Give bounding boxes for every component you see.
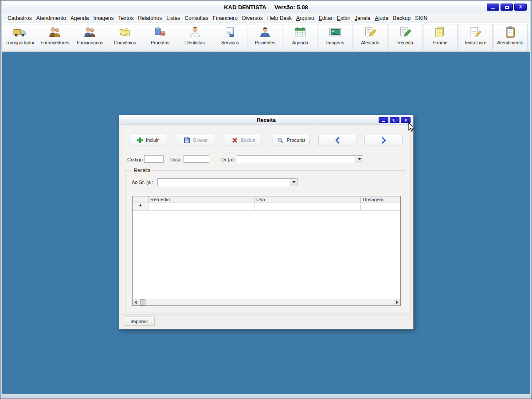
- codigo-label: Codigo: [127, 157, 143, 162]
- paper-pencil-yellow-icon: [363, 26, 377, 39]
- toolbar-button-atestado[interactable]: Atestado: [353, 24, 387, 50]
- grid-header-row: Remédio Uso Dosagem: [133, 196, 400, 203]
- minimize-icon: [491, 8, 495, 9]
- remedio-cell[interactable]: [149, 203, 254, 211]
- picture-icon: [328, 26, 342, 39]
- codigo-input[interactable]: [144, 155, 164, 163]
- data-input[interactable]: [184, 155, 209, 163]
- maximize-icon: [393, 119, 396, 121]
- app-titlebar: KAD DENTISTA Versão: 5.08 X: [2, 1, 530, 13]
- menu-item-listas[interactable]: Listas: [164, 14, 182, 23]
- menu-item-skin[interactable]: SKIN: [413, 14, 430, 23]
- toolbar-button-fornecedores[interactable]: Fornecedores: [38, 24, 72, 50]
- menu-item-imagens[interactable]: Imagens: [91, 14, 116, 23]
- scrollbar-thumb[interactable]: [140, 299, 145, 305]
- menu-item-atendimento[interactable]: Atendimento: [34, 14, 68, 23]
- dropdown-button[interactable]: [290, 179, 297, 186]
- free-text-icon: [468, 26, 482, 39]
- ao-sr-label: Ao Sr. (a :: [132, 180, 153, 185]
- menu-item-editar[interactable]: Editar: [317, 14, 335, 23]
- previous-record-button[interactable]: [318, 135, 356, 145]
- scroll-right-button[interactable]: [394, 299, 400, 305]
- imprimir-button[interactable]: Impirmir: [124, 317, 155, 326]
- toolbar-button-texto-livre[interactable]: Texto Livre: [458, 24, 493, 50]
- notes-icon: [118, 26, 132, 39]
- toolbar-button-dentistas[interactable]: Dentistas: [178, 24, 212, 50]
- dr-combobox[interactable]: [237, 155, 363, 163]
- menu-item-agenda[interactable]: Agenda: [68, 14, 91, 23]
- close-button[interactable]: X: [514, 4, 527, 11]
- data-label: Data: [170, 157, 180, 162]
- excluir-button[interactable]: Excluir: [225, 135, 262, 145]
- toolbar-button-imagens[interactable]: Imagens: [318, 24, 352, 50]
- documents-icon: [223, 26, 237, 39]
- receita-minimize-button[interactable]: [379, 117, 388, 123]
- toolbar-button-transportador[interactable]: Transportador: [3, 24, 37, 50]
- menu-item-ajuda[interactable]: Ajuda: [373, 14, 391, 23]
- application-window: KAD DENTISTA Versão: 5.08 X Cadastros At…: [0, 0, 532, 399]
- toolbar-label: Funcionários: [77, 40, 103, 45]
- scroll-left-button[interactable]: [133, 299, 139, 305]
- dr-combobox-value: [237, 156, 356, 163]
- gravar-button[interactable]: Gravar: [177, 135, 214, 145]
- toolbar-label: Dentistas: [185, 40, 205, 45]
- toolbar-button-exame[interactable]: Exame: [423, 24, 458, 50]
- minimize-button[interactable]: [487, 4, 499, 11]
- toolbar-button-produtos[interactable]: Produtos: [143, 24, 177, 50]
- menu-item-diversos[interactable]: Diversos: [240, 14, 265, 23]
- toolbar-button-atendimento[interactable]: Atendimento: [493, 24, 528, 50]
- ao-sr-combobox-value: [158, 179, 290, 186]
- arrow-right-icon: [396, 301, 398, 304]
- toolbar-button-receita[interactable]: Receita: [388, 24, 422, 50]
- grid-header-uso: Uso: [254, 196, 361, 203]
- menu-item-financeiro[interactable]: Financeiro: [211, 14, 240, 23]
- imprimir-label: Impirmir: [130, 319, 148, 324]
- dosagem-cell[interactable]: [361, 203, 400, 211]
- toolbar-button-pacientes[interactable]: Pacientes: [248, 24, 282, 50]
- ao-sr-combobox[interactable]: [157, 178, 297, 186]
- menu-item-exibir[interactable]: Exibir: [335, 14, 352, 23]
- receita-window: Receita X Incluir Gravar Excluir Procura…: [119, 115, 414, 329]
- maximize-button[interactable]: [501, 4, 513, 11]
- menubar: Cadastros Atendimento Agenda Imagens Tex…: [2, 13, 530, 23]
- receita-maximize-button[interactable]: [390, 117, 399, 123]
- arrow-left-icon: [135, 301, 137, 304]
- menu-item-textos[interactable]: Textos: [116, 14, 136, 23]
- menu-item-backup[interactable]: Backup: [391, 14, 413, 23]
- dropdown-button[interactable]: [356, 156, 363, 163]
- toolbar-button-funcionarios[interactable]: Funcionários: [73, 24, 107, 50]
- next-record-button[interactable]: [364, 135, 403, 145]
- uso-cell[interactable]: [254, 203, 361, 211]
- menu-item-arquivo[interactable]: Arquivo: [294, 14, 317, 23]
- toolbar-label: Receita: [397, 40, 413, 45]
- main-toolbar: Transportador Fornecedores Funcionários …: [2, 23, 530, 51]
- toolbar-button-convenios[interactable]: Convênios: [108, 24, 142, 50]
- receita-title: Receita: [257, 117, 276, 123]
- menu-item-relatorios[interactable]: Relatórios: [136, 14, 164, 23]
- receita-titlebar[interactable]: Receita X: [119, 115, 413, 125]
- app-version: Versão: 5.08: [274, 4, 308, 11]
- toolbar-label: Agenda: [292, 40, 308, 45]
- chevron-down-icon: [358, 158, 361, 160]
- yellow-paper-icon: [433, 26, 447, 39]
- plus-icon: [137, 137, 143, 144]
- table-row[interactable]: *: [133, 203, 400, 211]
- gravar-label: Gravar: [193, 137, 208, 143]
- toolbar-button-servicos[interactable]: Serviços: [213, 24, 247, 50]
- receita-groupbox: Receita Ao Sr. (a : Remédio Uso Dosagem …: [125, 170, 406, 313]
- toolbar-label: Imagens: [326, 40, 344, 45]
- toolbar-button-agenda[interactable]: Agenda: [283, 24, 317, 50]
- receita-close-button[interactable]: X: [401, 117, 411, 123]
- paper-pencil-green-icon: [398, 26, 412, 39]
- receita-grid: Remédio Uso Dosagem *: [132, 196, 401, 306]
- procurar-button[interactable]: Procurar: [273, 135, 310, 145]
- save-disk-icon: [184, 137, 190, 144]
- menu-item-cadastros[interactable]: Cadastros: [5, 14, 34, 23]
- toolbar-label: Atestado: [361, 40, 379, 45]
- calendar-icon: [293, 26, 307, 39]
- menu-item-janela[interactable]: Janela: [352, 14, 372, 23]
- menu-item-consultas[interactable]: Consultas: [183, 14, 211, 23]
- incluir-button[interactable]: Incluir: [129, 135, 166, 145]
- menu-item-help-desk[interactable]: Help Desk: [265, 14, 294, 23]
- horizontal-scrollbar[interactable]: [133, 299, 400, 305]
